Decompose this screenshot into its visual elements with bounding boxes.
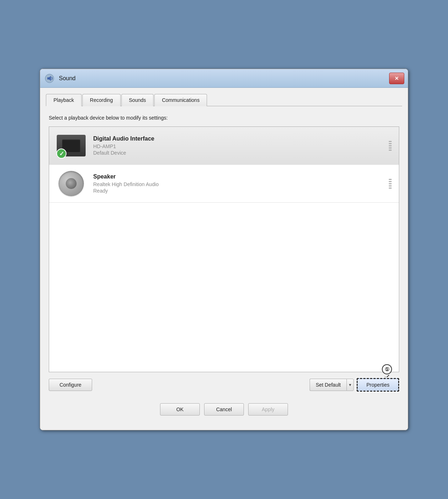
window-title: Sound (59, 75, 389, 82)
cancel-button[interactable]: Cancel (204, 403, 244, 416)
scroll-indicator-1 (387, 131, 393, 160)
set-default-button[interactable]: Set Default (310, 379, 346, 391)
set-default-group: Set Default ▾ (310, 379, 354, 391)
device-list: ✓ Digital Audio Interface HD-AMP1 Defaul… (49, 126, 399, 372)
device-status-speaker: Ready (93, 188, 387, 194)
device-status-dac: Default Device (93, 150, 387, 156)
device-info-dac: Digital Audio Interface HD-AMP1 Default … (93, 135, 387, 156)
apply-button[interactable]: Apply (248, 403, 288, 416)
tab-playback[interactable]: Playback (46, 94, 82, 106)
device-subtitle-speaker: Realtek High Definition Audio (93, 181, 387, 187)
tab-recording[interactable]: Recording (82, 94, 121, 106)
titlebar-icon (44, 73, 55, 84)
sound-icon (44, 73, 55, 83)
sound-dialog: Sound ✕ Playback Recording Sounds Commun… (40, 69, 408, 430)
titlebar: Sound ✕ (40, 69, 408, 88)
tab-sounds[interactable]: Sounds (121, 94, 154, 106)
scroll-indicator-2 (387, 169, 393, 198)
properties-button[interactable]: Properties (357, 378, 399, 392)
playback-tab-content: Select a playback device below to modify… (46, 112, 402, 424)
device-name-dac: Digital Audio Interface (93, 135, 387, 142)
dialog-buttons-row: OK Cancel Apply (49, 399, 399, 421)
default-check-badge: ✓ (56, 149, 66, 159)
ok-button[interactable]: OK (160, 403, 200, 416)
set-default-dropdown-button[interactable]: ▾ (346, 379, 354, 391)
device-icon-speaker-container (55, 169, 87, 198)
speaker-icon (57, 169, 86, 198)
device-name-speaker: Speaker (93, 173, 387, 180)
properties-wrapper: ① ↙ Properties (357, 378, 399, 392)
configure-button[interactable]: Configure (49, 379, 92, 391)
device-icon-dac-container: ✓ (55, 131, 87, 160)
instruction-text: Select a playback device below to modify… (49, 115, 399, 121)
device-subtitle-dac: HD-AMP1 (93, 143, 387, 149)
tab-bar: Playback Recording Sounds Communications (46, 94, 402, 106)
action-buttons-row: Configure Set Default ▾ ① ↙ Properties (49, 378, 399, 392)
device-item-speaker[interactable]: Speaker Realtek High Definition Audio Re… (49, 165, 399, 203)
tab-communications[interactable]: Communications (154, 94, 207, 106)
close-button[interactable]: ✕ (389, 73, 404, 84)
window-body: Playback Recording Sounds Communications… (40, 88, 408, 430)
device-item-dac[interactable]: ✓ Digital Audio Interface HD-AMP1 Defaul… (49, 127, 399, 165)
device-info-speaker: Speaker Realtek High Definition Audio Re… (93, 173, 387, 194)
